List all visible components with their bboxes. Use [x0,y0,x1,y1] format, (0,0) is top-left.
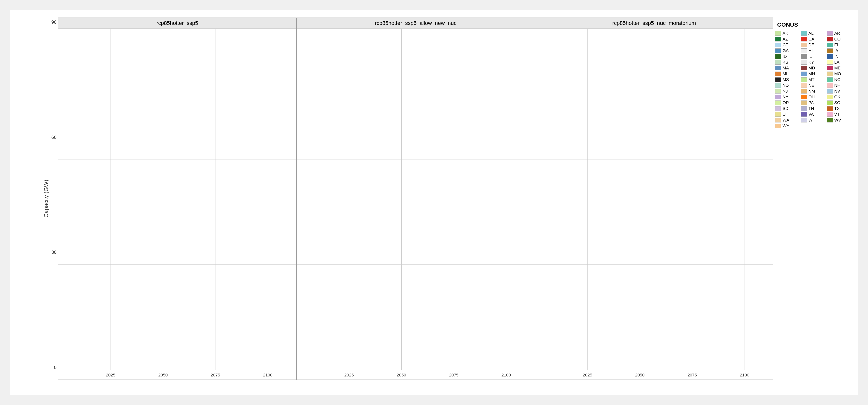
x-label-2050-p3: 2050 [635,373,645,378]
label-NM: NM [808,89,815,94]
swatch-DE [801,42,807,47]
label-NV: NV [834,89,840,94]
panel-2: rcp85hotter_ssp5_allow_new_nuc [297,18,535,380]
label-VT: VT [834,112,840,117]
swatch-VT [827,112,833,117]
legend-item-KS: KS [775,60,801,65]
swatch-AK [775,31,781,36]
vgrid-2050-p2 [401,29,402,370]
label-HI: HI [808,48,813,53]
label-NJ: NJ [782,89,788,94]
swatch-WI [801,118,807,122]
legend-item-IN: IN [827,54,852,59]
legend-item-WA: WA [775,118,801,123]
label-FL: FL [834,42,839,48]
legend-item-AZ: AZ [775,37,801,42]
legend-item-MO: MO [827,71,852,76]
legend-item-AL: AL [801,31,827,36]
legend-item-AK: AK [775,31,801,36]
legend-item-VA: VA [801,112,827,117]
legend-item-ID: ID [775,54,801,59]
swatch-MS [775,77,781,82]
legend-item-PA: PA [801,100,827,105]
swatch-LA [827,60,833,65]
vgrid-2025-p3 [587,29,588,370]
vgrid-2075-p2 [454,29,454,370]
label-DE: DE [808,42,814,48]
legend-item-IA: IA [827,48,852,53]
swatch-TX [827,106,833,111]
vgrid-2100-p2 [506,29,506,370]
legend-item-OH: OH [801,94,827,99]
legend-item-ME: ME [827,66,852,70]
label-KS: KS [782,60,788,65]
y-tick-30: 30 [46,250,58,255]
label-AZ: AZ [782,37,788,42]
legend-grid: AK AL AR AZ CA CO CT DE FL GA HI IA ID I… [775,31,852,128]
label-CO: CO [834,37,841,42]
swatch-NM [801,89,807,94]
swatch-AL [801,31,807,36]
swatch-MT [801,77,807,82]
swatch-MO [827,71,833,76]
swatch-WV [827,118,833,122]
label-WA: WA [782,118,789,123]
swatch-FL [827,42,833,47]
swatch-IA [827,49,833,53]
panel-3: rcp85hotter_ssp5_nuc_moratorium [535,18,773,380]
label-SD: SD [782,106,788,111]
panel-2-title: rcp85hotter_ssp5_allow_new_nuc [297,18,535,29]
label-CA: CA [808,37,814,42]
label-OR: OR [782,100,789,105]
label-ME: ME [834,66,841,70]
swatch-MN [801,71,807,76]
swatch-GA [775,49,781,53]
legend-item-NJ: NJ [775,89,801,94]
swatch-CO [827,37,833,41]
swatch-NE [801,83,807,88]
legend-item-TN: TN [801,106,827,111]
x-label-2100-p1: 2100 [263,373,272,378]
label-WV: WV [834,118,841,123]
swatch-SD [775,106,781,111]
label-AR: AR [834,31,840,36]
label-SC: SC [834,100,840,105]
label-IA: IA [834,48,838,53]
x-label-2025-p3: 2025 [583,373,592,378]
x-label-2075-p2: 2075 [449,373,459,378]
grid-90-p3 [535,54,773,54]
x-label-2050-p2: 2050 [397,373,406,378]
legend-item-NC: NC [827,77,852,82]
legend-item-MS: MS [775,77,801,82]
swatch-UT [775,112,781,117]
plots-area: rcp85hotter_ssp5 [58,18,773,380]
swatch-CA [801,37,807,41]
label-NH: NH [834,83,840,88]
legend-item-GA: GA [775,48,801,53]
label-MO: MO [834,71,841,76]
legend-item-SD: SD [775,106,801,111]
legend-item-OK: OK [827,94,852,99]
legend-item-MT: MT [801,77,827,82]
legend-item-OR: OR [775,100,801,105]
label-GA: GA [782,48,789,53]
legend-item-IL: IL [801,54,827,59]
legend-item-MD: MD [801,66,827,70]
y-tick-0: 0 [46,365,58,370]
x-label-2075-p3: 2075 [687,373,697,378]
swatch-ME [827,66,833,70]
swatch-MA [775,66,781,70]
swatch-ID [775,54,781,59]
x-label-2100-p3: 2100 [740,373,749,378]
x-axis-p3: 2025 2050 2075 2100 [535,370,773,379]
label-CT: CT [782,42,788,48]
swatch-NY [775,95,781,99]
swatch-KS [775,60,781,65]
swatch-WA [775,118,781,122]
swatch-IN [827,54,833,59]
legend-item-LA: LA [827,60,852,65]
label-MT: MT [808,77,814,82]
label-MS: MS [782,77,789,82]
label-VA: VA [808,112,814,117]
x-label-2075-p1: 2075 [211,373,220,378]
